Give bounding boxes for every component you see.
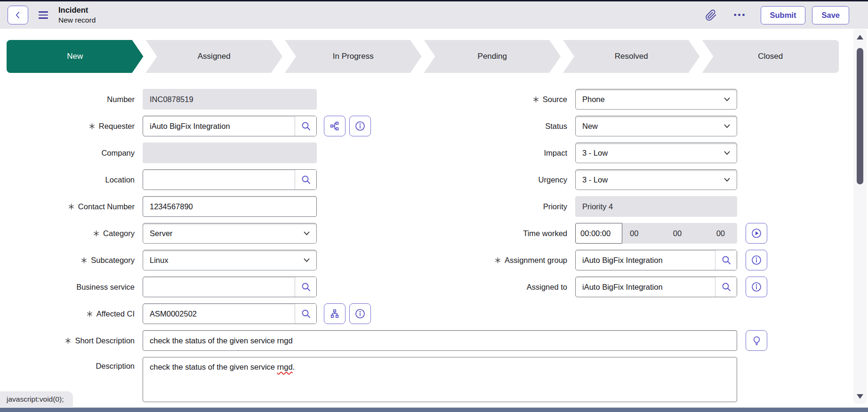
required-asterisk-icon bbox=[93, 230, 99, 237]
subcategory-label: Subcategory bbox=[0, 256, 135, 265]
short-description-input[interactable] bbox=[143, 330, 737, 351]
company-row: Company bbox=[0, 143, 377, 163]
status-label: Status bbox=[377, 122, 567, 131]
time-worked-input[interactable] bbox=[575, 223, 622, 244]
requester-input[interactable] bbox=[143, 116, 295, 136]
step-closed[interactable]: Closed bbox=[702, 40, 839, 73]
suggestion-lightbulb-button[interactable] bbox=[746, 330, 767, 351]
hierarchy-icon bbox=[330, 121, 340, 131]
assignment-group-info-button[interactable] bbox=[746, 250, 767, 270]
required-asterisk-icon bbox=[89, 123, 95, 129]
submit-button[interactable]: Submit bbox=[761, 6, 806, 24]
source-row: Source Phone bbox=[377, 89, 868, 110]
scrollbar-thumb[interactable] bbox=[857, 48, 863, 184]
context-menu-icon[interactable] bbox=[39, 11, 48, 19]
page-title: Incident New record bbox=[58, 5, 96, 25]
record-subtitle: New record bbox=[58, 16, 96, 25]
chevron-down-icon bbox=[724, 97, 730, 102]
requester-info-button[interactable] bbox=[349, 116, 371, 136]
step-new[interactable]: New bbox=[7, 40, 144, 73]
assignment-group-row: Assignment group bbox=[377, 250, 868, 270]
subcategory-row: Subcategory Linux bbox=[0, 250, 377, 270]
business-service-input[interactable] bbox=[143, 277, 295, 297]
category-row: Category Server bbox=[0, 223, 377, 244]
requester-search-button[interactable] bbox=[295, 116, 316, 136]
paperclip-icon[interactable] bbox=[705, 9, 717, 21]
time-worked-minutes: 00 bbox=[673, 229, 682, 238]
affected-ci-search-button[interactable] bbox=[295, 304, 316, 324]
location-input[interactable] bbox=[143, 170, 295, 190]
time-worked-field: 00 00 00 bbox=[575, 223, 737, 244]
impact-label: Impact bbox=[377, 149, 567, 158]
assigned-to-label: Assigned to bbox=[377, 283, 567, 292]
affected-ci-row: Affected CI bbox=[0, 303, 377, 324]
urgency-select[interactable]: 3 - Low bbox=[575, 169, 737, 190]
assignment-group-search-button[interactable] bbox=[715, 250, 737, 270]
assigned-to-info-button[interactable] bbox=[746, 277, 767, 297]
step-pending[interactable]: Pending bbox=[424, 40, 561, 73]
subcategory-select[interactable]: Linux bbox=[143, 250, 317, 270]
description-label: Description bbox=[0, 357, 135, 371]
step-assigned[interactable]: Assigned bbox=[146, 40, 283, 73]
step-in-progress[interactable]: In Progress bbox=[285, 40, 422, 73]
step-resolved[interactable]: Resolved bbox=[563, 40, 700, 73]
header-bar: Incident New record ••• Submit Save bbox=[0, 1, 868, 29]
time-worked-play-button[interactable] bbox=[746, 223, 767, 244]
status-bar-link-preview: javascript:void(0); bbox=[0, 391, 73, 408]
description-textarea[interactable]: check the status of the given service rn… bbox=[143, 357, 737, 402]
affected-ci-tree-button[interactable] bbox=[324, 303, 346, 324]
affected-ci-info-button[interactable] bbox=[349, 303, 371, 324]
company-label: Company bbox=[0, 149, 135, 158]
assignment-group-label: Assignment group bbox=[377, 256, 567, 265]
chevron-down-icon bbox=[304, 258, 310, 262]
business-service-row: Business service bbox=[0, 277, 377, 297]
time-worked-seconds: 00 bbox=[716, 229, 725, 238]
location-search-button[interactable] bbox=[295, 170, 316, 190]
number-row: Number INC0878519 bbox=[0, 89, 377, 110]
business-service-search-button[interactable] bbox=[295, 277, 316, 297]
back-button[interactable] bbox=[8, 6, 28, 24]
affected-ci-input[interactable] bbox=[143, 304, 295, 324]
required-asterisk-icon bbox=[87, 311, 93, 317]
search-icon bbox=[721, 255, 731, 265]
source-select[interactable]: Phone bbox=[575, 89, 737, 110]
required-asterisk-icon bbox=[533, 96, 539, 103]
number-label: Number bbox=[0, 95, 135, 104]
requester-hierarchy-button[interactable] bbox=[324, 116, 346, 136]
assigned-to-search-button[interactable] bbox=[715, 277, 737, 297]
contact-number-input[interactable] bbox=[143, 196, 317, 217]
urgency-row: Urgency 3 - Low bbox=[377, 169, 868, 190]
category-select[interactable]: Server bbox=[143, 223, 317, 244]
time-worked-row: Time worked 00 00 00 bbox=[377, 223, 868, 244]
description-row: Description check the status of the give… bbox=[0, 357, 868, 402]
company-field bbox=[143, 143, 317, 163]
vertical-scrollbar bbox=[853, 29, 867, 404]
time-worked-hours: 00 bbox=[630, 229, 638, 238]
status-select[interactable]: New bbox=[575, 116, 737, 136]
incident-form-page: Incident New record ••• Submit Save New … bbox=[0, 0, 868, 412]
assigned-to-input[interactable] bbox=[576, 277, 715, 297]
chevron-left-icon bbox=[13, 10, 23, 20]
search-icon bbox=[721, 282, 731, 292]
assignment-group-input[interactable] bbox=[576, 250, 715, 270]
number-field: INC0878519 bbox=[143, 89, 317, 110]
more-options-icon[interactable]: ••• bbox=[734, 10, 747, 20]
location-label: Location bbox=[0, 175, 135, 184]
urgency-label: Urgency bbox=[377, 175, 567, 184]
search-icon bbox=[301, 282, 311, 292]
info-icon bbox=[751, 254, 762, 266]
impact-select[interactable]: 3 - Low bbox=[575, 143, 737, 163]
scroll-up-arrow-icon[interactable] bbox=[857, 35, 863, 40]
chevron-down-icon bbox=[724, 124, 730, 128]
record-type-title: Incident bbox=[58, 5, 96, 15]
short-description-label: Short Description bbox=[0, 336, 135, 345]
business-service-label: Business service bbox=[0, 283, 135, 292]
impact-row: Impact 3 - Low bbox=[377, 143, 868, 163]
priority-row: Priority Priority 4 bbox=[377, 196, 868, 217]
save-button[interactable]: Save bbox=[812, 6, 849, 24]
required-asterisk-icon bbox=[81, 257, 87, 263]
priority-field: Priority 4 bbox=[575, 196, 737, 217]
scroll-down-arrow-icon[interactable] bbox=[857, 394, 863, 399]
org-tree-icon bbox=[330, 309, 340, 319]
priority-label: Priority bbox=[377, 202, 567, 211]
